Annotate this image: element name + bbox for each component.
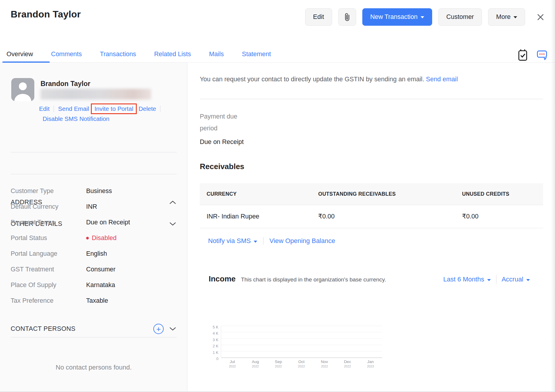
chart-x-tick-label: Nov2022 — [313, 359, 336, 368]
close-button[interactable] — [535, 12, 546, 23]
contact-persons-section-header: CONTACT PERSONS + — [0, 324, 187, 334]
chevron-down-icon — [254, 241, 257, 243]
redacted-email — [41, 89, 151, 100]
chart-x-axis-labels: Jul2022Aug2022Sep2022Oct2022Nov2022Dec20… — [221, 359, 382, 368]
chart-gridline — [221, 357, 382, 358]
comments-button[interactable] — [535, 48, 548, 62]
chevron-down-icon[interactable] — [169, 327, 176, 331]
paperclip-icon — [343, 13, 351, 22]
receivables-actions: Notify via SMS View Opening Balance — [208, 237, 335, 245]
chevron-down-icon — [487, 279, 491, 281]
add-contact-person-button[interactable]: + — [153, 324, 164, 334]
chart-x-tick-label: Jan2023 — [359, 359, 382, 368]
divider — [11, 337, 177, 338]
chevron-down-icon — [514, 16, 517, 18]
detail-row: Portal StatusDisabled — [0, 230, 187, 246]
contact-delete-link[interactable]: Delete — [139, 105, 156, 112]
header-actions: Edit New Transaction Customer More — [305, 8, 546, 26]
more-button[interactable]: More — [488, 8, 525, 26]
chart-y-tick-label: 2 K — [201, 344, 218, 348]
tab-overview[interactable]: Overview — [7, 51, 33, 58]
detail-label: Portal Language — [11, 250, 86, 257]
attachment-button[interactable] — [338, 8, 356, 26]
notify-via-sms-link[interactable]: Notify via SMS — [208, 237, 257, 245]
chart-y-tick-label: 1 K — [201, 350, 218, 355]
gstin-message: You can request your contact to directly… — [200, 76, 424, 83]
date-range-label: Last 6 Months — [443, 276, 484, 283]
page-title: Brandon Taylor — [11, 9, 81, 20]
divider — [496, 275, 496, 284]
invite-highlight-box: Invite to Portal — [91, 103, 137, 114]
receivables-table: CURRENCYOUTSTANDING RECEIVABLESUNUSED CR… — [200, 183, 543, 228]
close-icon — [536, 13, 545, 22]
detail-row: GST TreatmentConsumer — [0, 262, 187, 277]
no-contact-persons-text: No contact persons found. — [0, 364, 187, 371]
contact-persons-section-title: CONTACT PERSONS — [11, 325, 75, 333]
detail-label: Place Of Supply — [11, 281, 86, 289]
chart-gridline — [221, 326, 382, 326]
chart-y-tick-label: 0 — [201, 357, 218, 361]
details-list: Customer TypeBusinessDefault CurrencyINR… — [0, 183, 187, 309]
divider — [11, 174, 177, 174]
table-column-header: OUTSTANDING RECEIVABLES — [311, 183, 455, 205]
contact-send-email-link[interactable]: Send Email — [58, 105, 89, 112]
tasks-button[interactable] — [517, 48, 529, 62]
header: Brandon Taylor Edit New Transaction Cust… — [0, 0, 555, 46]
date-range-dropdown[interactable]: Last 6 Months — [443, 276, 490, 283]
detail-value: Business — [86, 187, 112, 195]
receivables-title: Receivables — [200, 162, 244, 171]
new-transaction-button[interactable]: New Transaction — [362, 8, 432, 26]
invite-to-portal-link[interactable]: Invite to Portal — [94, 105, 133, 112]
table-cell: INR- Indian Rupee — [200, 205, 311, 228]
edit-button[interactable]: Edit — [305, 8, 332, 26]
send-email-link[interactable]: Send email — [426, 76, 458, 83]
detail-row: Tax PreferenceTaxable — [0, 293, 187, 309]
income-filters: Last 6 Months Accrual — [443, 275, 543, 284]
divider — [54, 106, 54, 112]
tab-transactions[interactable]: Transactions — [100, 51, 136, 58]
right-panel: You can request your contact to directly… — [188, 63, 555, 392]
plus-icon: + — [156, 325, 161, 333]
chart-gridline — [221, 332, 382, 332]
payment-due-value: Due on Receipt — [200, 138, 253, 146]
chart-x-tick-label: Dec2022 — [336, 359, 359, 368]
tabbar-icons — [517, 48, 548, 62]
chart-x-tick-label: Aug2022 — [244, 359, 267, 368]
left-panel: Brandon Taylor Edit Send Email Invite to… — [0, 63, 187, 392]
detail-label: Default Currency — [11, 203, 86, 210]
chart-x-tick-label: Oct2022 — [290, 359, 313, 368]
chart-plot-area: 5 K4 K3 K2 K1 K0 — [221, 326, 382, 357]
gstin-banner: You can request your contact to directly… — [200, 76, 458, 83]
tab-related-lists[interactable]: Related Lists — [154, 51, 191, 58]
chart-gridline — [221, 345, 382, 345]
view-opening-balance-link[interactable]: View Opening Balance — [269, 237, 335, 245]
detail-label: Payment Terms — [11, 219, 86, 226]
detail-value: INR — [86, 203, 97, 210]
detail-value: English — [86, 250, 107, 257]
table-column-header: CURRENCY — [200, 183, 311, 205]
tab-comments[interactable]: Comments — [51, 51, 82, 58]
detail-row: Payment TermsDue on Receipt — [0, 215, 187, 230]
accounting-basis-dropdown[interactable]: Accrual — [502, 276, 530, 283]
table-cell: ₹0.00 — [455, 205, 543, 228]
divider — [263, 237, 263, 245]
detail-label: Portal Status — [11, 234, 86, 242]
detail-value: Disabled — [86, 234, 117, 242]
tab-bar: OverviewCommentsTransactionsRelated List… — [0, 46, 555, 63]
table-body: INR- Indian Rupee₹0.00₹0.00 — [200, 205, 543, 228]
tab-mails[interactable]: Mails — [209, 51, 224, 58]
tab-statement[interactable]: Statement — [242, 51, 271, 58]
avatar — [11, 78, 34, 101]
table-row: INR- Indian Rupee₹0.00₹0.00 — [200, 205, 543, 228]
comment-bubble-icon — [536, 49, 548, 62]
contact-edit-link[interactable]: Edit — [39, 105, 49, 112]
income-chart: 5 K4 K3 K2 K1 K0 Jul2022Aug2022Sep2022Oc… — [201, 325, 384, 378]
disable-sms-link[interactable]: Disable SMS Notification — [43, 115, 110, 122]
chart-x-tick-label: Sep2022 — [267, 359, 290, 368]
detail-value: Due on Receipt — [86, 219, 130, 226]
detail-row: Portal LanguageEnglish — [0, 246, 187, 262]
status-dot-icon — [86, 237, 89, 239]
customer-button[interactable]: Customer — [438, 8, 482, 26]
detail-row: Default CurrencyINR — [0, 199, 187, 215]
chart-y-tick-label: 5 K — [201, 325, 218, 329]
